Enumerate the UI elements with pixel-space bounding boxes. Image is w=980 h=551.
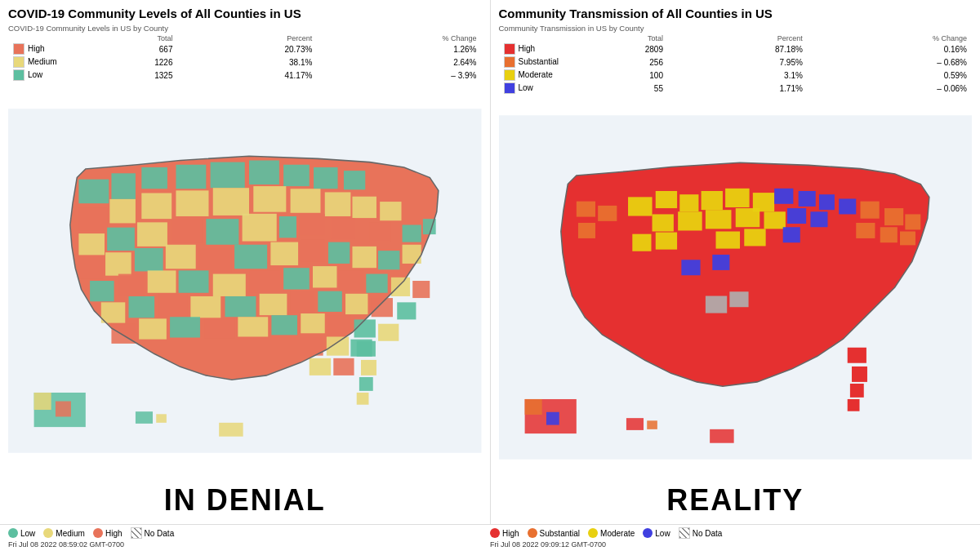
svg-rect-23 — [370, 222, 391, 241]
svg-rect-126 — [705, 296, 726, 313]
svg-rect-91 — [219, 423, 243, 437]
legend-circle — [43, 528, 53, 538]
legend-label: Moderate — [499, 69, 564, 82]
percent-value: 7.95% — [668, 56, 808, 69]
svg-rect-57 — [129, 296, 155, 318]
svg-rect-25 — [107, 228, 135, 251]
svg-rect-26 — [137, 222, 167, 247]
svg-rect-102 — [735, 208, 760, 227]
percent-value: 87.18% — [668, 42, 808, 56]
svg-rect-134 — [546, 412, 559, 425]
svg-rect-99 — [652, 214, 673, 231]
change-value: 2.64% — [317, 56, 481, 69]
svg-rect-111 — [839, 198, 856, 214]
svg-rect-35 — [166, 245, 196, 269]
svg-rect-131 — [847, 399, 859, 411]
svg-rect-121 — [880, 227, 897, 242]
svg-rect-28 — [243, 214, 277, 242]
left-panel: COVID-19 Community Levels of All Countie… — [0, 0, 491, 524]
col-label — [8, 34, 74, 42]
left-map-svg — [8, 85, 482, 477]
change-value: – 3.9% — [317, 69, 481, 82]
svg-rect-60 — [225, 296, 256, 317]
table-row: Moderate 100 3.1% 0.59% — [499, 69, 973, 82]
legend-hatch — [131, 527, 142, 539]
table-row: Low 55 1.71% – 0.06% — [499, 82, 973, 95]
svg-rect-87 — [34, 393, 51, 410]
svg-rect-137 — [710, 429, 734, 443]
col-label-r — [499, 34, 564, 42]
svg-rect-4 — [176, 165, 206, 189]
svg-rect-44 — [90, 281, 114, 301]
legend-label: High — [502, 529, 519, 538]
left-subtitle: COVID-19 Community Levels in US by Count… — [8, 24, 482, 33]
left-data-table: Total Percent % Change High 667 20.73% 1… — [8, 34, 482, 82]
svg-rect-11 — [141, 193, 172, 220]
svg-rect-78 — [327, 336, 349, 355]
svg-rect-16 — [325, 192, 351, 216]
col-percent: Percent — [177, 34, 317, 42]
legend-hatch — [679, 527, 690, 539]
svg-rect-8 — [314, 167, 338, 189]
svg-rect-3 — [141, 167, 167, 189]
svg-rect-95 — [679, 194, 698, 211]
svg-rect-19 — [78, 207, 107, 230]
svg-rect-104 — [632, 234, 651, 251]
svg-rect-135 — [626, 418, 643, 430]
svg-rect-55 — [412, 281, 430, 298]
svg-rect-101 — [705, 210, 731, 229]
right-map-svg — [499, 98, 973, 477]
svg-rect-52 — [340, 270, 364, 291]
svg-rect-76 — [378, 324, 399, 341]
svg-rect-93 — [628, 197, 653, 216]
svg-rect-13 — [213, 188, 249, 216]
legend-label: High — [8, 42, 74, 56]
right-map-container — [499, 98, 973, 477]
svg-rect-39 — [301, 239, 325, 261]
legend-item: Medium — [43, 528, 85, 538]
svg-rect-32 — [78, 256, 103, 278]
svg-rect-105 — [655, 233, 676, 250]
svg-rect-59 — [190, 296, 220, 318]
svg-rect-49 — [249, 270, 280, 292]
svg-rect-127 — [729, 291, 748, 307]
total-value: 2809 — [564, 42, 668, 56]
percent-value: 3.1% — [668, 69, 808, 82]
total-value: 1325 — [74, 69, 177, 82]
svg-rect-20 — [172, 219, 202, 243]
svg-rect-129 — [851, 367, 866, 382]
svg-rect-124 — [598, 206, 617, 221]
main-container: COVID-19 Community Levels of All Countie… — [0, 0, 980, 524]
legend-label: No Data — [693, 529, 723, 538]
svg-rect-38 — [270, 242, 298, 265]
svg-rect-103 — [764, 211, 785, 229]
svg-rect-84 — [359, 377, 373, 391]
left-legend-table: COVID-19 Community Levels in US by Count… — [8, 24, 482, 82]
legend-circle — [93, 528, 103, 538]
col-total-r: Total — [564, 34, 668, 42]
col-total: Total — [74, 34, 177, 42]
svg-rect-64 — [345, 294, 368, 314]
svg-rect-70 — [204, 318, 234, 338]
change-value: – 0.06% — [808, 82, 972, 95]
svg-rect-133 — [524, 399, 541, 415]
legend-item: No Data — [131, 527, 175, 539]
svg-rect-66 — [397, 302, 416, 319]
left-timestamp: Fri Jul 08 2022 08:59:02 GMT-0700 — [8, 540, 490, 549]
svg-rect-88 — [56, 402, 71, 417]
table-row: High 667 20.73% 1.26% — [8, 42, 482, 56]
left-map-container — [8, 85, 482, 477]
legend-label: Substantial — [540, 529, 580, 538]
legend-circle — [588, 528, 598, 538]
svg-rect-80 — [310, 358, 331, 375]
percent-value: 1.71% — [668, 82, 808, 95]
svg-rect-113 — [810, 211, 827, 227]
svg-rect-65 — [372, 298, 393, 317]
svg-rect-27 — [206, 219, 238, 245]
legend-label: Moderate — [600, 529, 635, 538]
svg-rect-9 — [344, 171, 365, 189]
svg-rect-96 — [701, 191, 722, 210]
svg-rect-108 — [774, 189, 793, 204]
svg-rect-89 — [136, 411, 153, 424]
legend-circle — [490, 528, 500, 538]
